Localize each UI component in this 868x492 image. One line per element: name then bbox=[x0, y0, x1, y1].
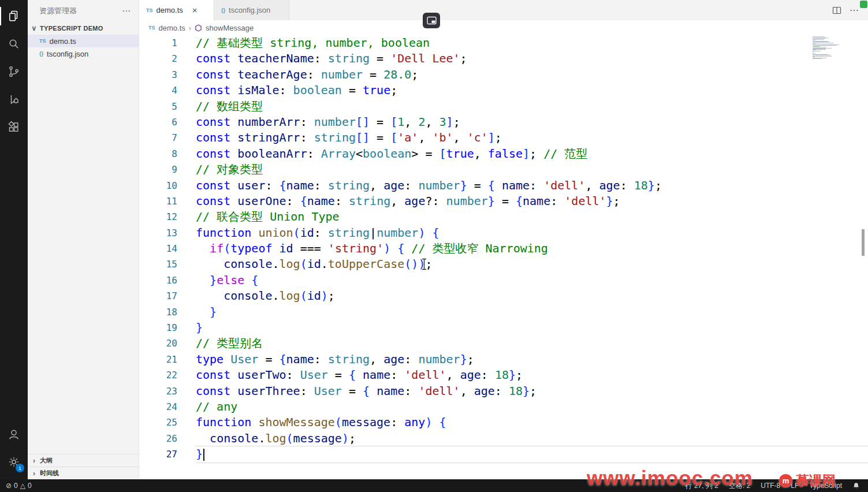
code-line[interactable]: 6const numberArr: number[] = [1, 2, 3]; bbox=[139, 114, 868, 130]
line-text: type User = {name: string, age: number}; bbox=[196, 352, 868, 367]
file-item-tsconfig[interactable]: {} tsconfig.json bbox=[28, 47, 139, 60]
code-line[interactable]: 3const teacherAge: number = 28.0; bbox=[139, 67, 868, 83]
line-number: 14 bbox=[139, 241, 177, 256]
scrollbar-marker[interactable] bbox=[862, 229, 865, 256]
minimap-line bbox=[813, 56, 832, 57]
code-line[interactable]: 24// any bbox=[139, 399, 868, 415]
minimap[interactable] bbox=[813, 36, 856, 60]
code-line[interactable]: 4const isMale: boolean = true; bbox=[139, 83, 868, 98]
code-editor[interactable]: 1// 基础类型 string, number, boolean2const t… bbox=[139, 35, 868, 479]
code-line[interactable]: 10const user: {name: string, age: number… bbox=[139, 178, 868, 193]
folder-name: TYPESCRIPT DEMO bbox=[40, 25, 103, 32]
close-icon[interactable]: × bbox=[192, 5, 198, 15]
line-number: 18 bbox=[139, 304, 177, 320]
code-line[interactable]: 12// 联合类型 Union Type bbox=[139, 209, 868, 225]
line-text: // any bbox=[196, 399, 868, 415]
line-text: const userThree: User = { name: 'dell', … bbox=[196, 383, 868, 399]
code-line[interactable]: 22const userTwo: User = { name: 'dell', … bbox=[139, 367, 868, 383]
line-number: 19 bbox=[139, 320, 177, 336]
code-line[interactable]: 13function union(id: string|number) { bbox=[139, 225, 868, 241]
file-item-demo-ts[interactable]: TS demo.ts bbox=[28, 35, 139, 47]
activity-explorer[interactable] bbox=[0, 2, 28, 30]
activity-account[interactable] bbox=[0, 420, 28, 448]
code-line[interactable]: 14 if(typeof id === 'string') { // 类型收窄 … bbox=[139, 241, 868, 256]
timeline-panel-header[interactable]: › 时间线 bbox=[28, 467, 139, 479]
warning-icon: △ bbox=[20, 482, 25, 490]
line-text: } bbox=[196, 320, 868, 336]
line-text: // 类型别名 bbox=[196, 336, 868, 351]
line-text: function showMessage(message: any) { bbox=[196, 415, 868, 430]
line-number: 25 bbox=[139, 415, 177, 430]
problems-status[interactable]: ⊘ 0 △ 0 bbox=[6, 482, 32, 490]
code-line[interactable]: 16 }else { bbox=[139, 273, 868, 288]
minimap-line bbox=[813, 59, 813, 60]
git-branch-icon bbox=[7, 65, 21, 79]
chevron-right-icon: › bbox=[30, 469, 38, 478]
line-text: const userOne: {name: string, age?: numb… bbox=[196, 193, 868, 209]
activity-run-debug[interactable] bbox=[0, 85, 28, 113]
minimap-line bbox=[813, 38, 825, 39]
breadcrumb-file[interactable]: demo.ts bbox=[159, 24, 185, 32]
code-line[interactable]: 1// 基础类型 string, number, boolean bbox=[139, 35, 868, 51]
code-line[interactable]: 5// 数组类型 bbox=[139, 99, 868, 114]
line-number: 15 bbox=[139, 256, 177, 272]
minimap-line bbox=[813, 36, 825, 37]
breadcrumb-symbol[interactable]: showMessage bbox=[206, 24, 254, 32]
code-line[interactable]: 21type User = {name: string, age: number… bbox=[139, 352, 868, 367]
code-line[interactable]: 15 console.log(id.toUpperCase()); bbox=[139, 256, 868, 272]
line-number: 1 bbox=[139, 35, 177, 51]
tab-tsconfig[interactable]: {} tsconfig.json bbox=[214, 0, 289, 20]
line-text: function union(id: string|number) { bbox=[196, 225, 868, 241]
line-number: 10 bbox=[139, 178, 177, 193]
screen-capture-overlay[interactable] bbox=[423, 13, 440, 28]
tab-demo-ts[interactable]: TS demo.ts × bbox=[139, 0, 214, 20]
imooc-logo-icon: m bbox=[779, 474, 792, 487]
line-number: 2 bbox=[139, 51, 177, 66]
code-line[interactable]: 11const userOne: {name: string, age?: nu… bbox=[139, 193, 868, 209]
sidebar-title: 资源管理器 bbox=[39, 6, 77, 16]
more-actions-icon[interactable]: ⋯ bbox=[850, 5, 859, 16]
activity-settings[interactable]: 1 bbox=[0, 448, 28, 476]
line-number: 20 bbox=[139, 336, 177, 351]
folder-section-header[interactable]: ∨ TYPESCRIPT DEMO bbox=[28, 22, 139, 35]
error-icon: ⊘ bbox=[6, 482, 12, 490]
encoding-status[interactable]: UTF-8 bbox=[761, 482, 780, 490]
code-line[interactable]: 26 console.log(message); bbox=[139, 431, 868, 446]
line-number: 24 bbox=[139, 399, 177, 415]
code-line[interactable]: 7const stringArr: string[] = ['a', 'b', … bbox=[139, 130, 868, 146]
editor-group: TS demo.ts × {} tsconfig.json ⋯ TS demo.… bbox=[139, 0, 868, 479]
code-line[interactable]: 8const booleanArr: Array<boolean> = [tru… bbox=[139, 146, 868, 162]
bell-icon[interactable] bbox=[852, 482, 860, 490]
code-line[interactable]: 25function showMessage(message: any) { bbox=[139, 415, 868, 430]
line-text: console.log(id); bbox=[196, 288, 868, 304]
extensions-icon bbox=[7, 120, 21, 134]
code-line[interactable]: 9// 对象类型 bbox=[139, 162, 868, 177]
sidebar-bottom-panels: › 大纲 › 时间线 bbox=[28, 454, 139, 479]
minimap-line bbox=[813, 51, 814, 52]
vscode-window: 1 资源管理器 ⋯ ∨ TYPESCRIPT DEMO TS demo.ts {… bbox=[0, 0, 868, 492]
activity-search[interactable] bbox=[0, 30, 28, 58]
line-number: 21 bbox=[139, 352, 177, 367]
split-editor-icon[interactable] bbox=[832, 6, 841, 15]
line-text: const teacherName: string = 'Dell Lee'; bbox=[196, 51, 868, 66]
code-line[interactable]: 19} bbox=[139, 320, 868, 336]
files-icon bbox=[7, 9, 21, 23]
minimap-line bbox=[813, 58, 822, 59]
code-line[interactable]: 23const userThree: User = { name: 'dell'… bbox=[139, 383, 868, 399]
code-line[interactable]: 27} bbox=[139, 446, 868, 462]
activity-source-control[interactable] bbox=[0, 58, 28, 85]
code-line[interactable]: 20// 类型别名 bbox=[139, 336, 868, 351]
line-text: const isMale: boolean = true; bbox=[196, 83, 868, 98]
line-text: } bbox=[196, 304, 868, 320]
line-text: }else { bbox=[196, 273, 868, 288]
code-line[interactable]: 18 } bbox=[139, 304, 868, 320]
search-icon bbox=[7, 37, 21, 51]
more-actions-icon[interactable]: ⋯ bbox=[122, 6, 131, 16]
code-line[interactable]: 2const teacherName: string = 'Dell Lee'; bbox=[139, 51, 868, 66]
code-line[interactable]: 17 console.log(id); bbox=[139, 288, 868, 304]
outline-panel-header[interactable]: › 大纲 bbox=[28, 454, 139, 467]
activity-extensions[interactable] bbox=[0, 113, 28, 141]
line-text: console.log(message); bbox=[196, 431, 868, 446]
line-text: const user: {name: string, age: number} … bbox=[196, 178, 868, 193]
sidebar-header: 资源管理器 ⋯ bbox=[28, 0, 139, 22]
